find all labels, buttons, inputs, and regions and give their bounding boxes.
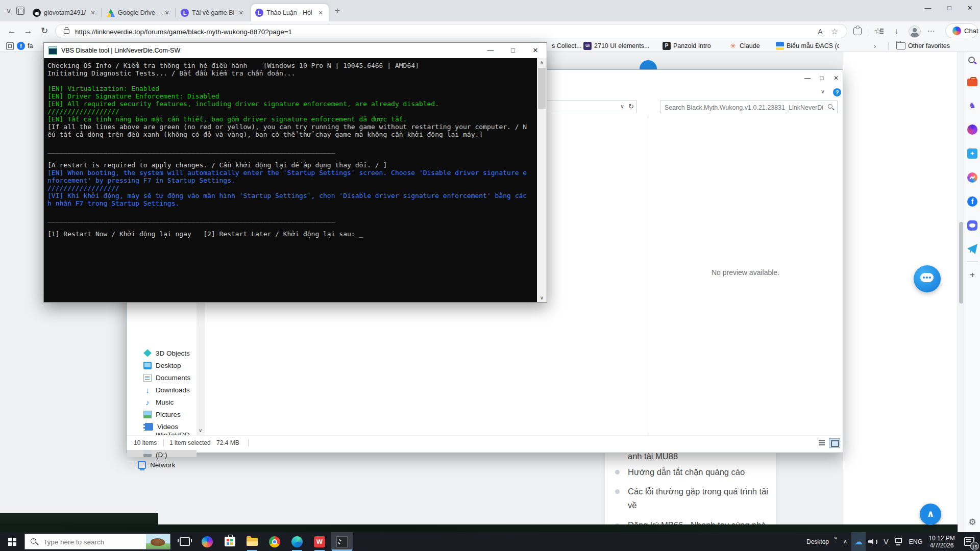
taskbar-search-box[interactable]	[24, 534, 170, 549]
address-input[interactable]	[74, 25, 791, 38]
scroll-to-top-button[interactable]: ∧	[920, 504, 941, 525]
volume-icon[interactable]	[866, 532, 880, 551]
tab-close-icon[interactable]: ✕	[316, 10, 325, 16]
add-favorite-star-icon[interactable]: ☆	[829, 27, 840, 37]
profile-avatar[interactable]	[909, 26, 921, 38]
sidebar-item-network[interactable]: Network	[127, 461, 136, 469]
notification-center-button[interactable]: 15	[959, 532, 980, 551]
details-view-icon[interactable]	[817, 438, 828, 448]
tab-close-icon[interactable]: ✕	[163, 10, 171, 16]
daily-animal-image[interactable]	[146, 534, 170, 549]
forum-link-wrap[interactable]: về	[628, 500, 636, 510]
new-tab-icon[interactable]: +	[333, 6, 342, 15]
explorer-minimize-icon[interactable]: —	[800, 73, 815, 83]
console-minimize-icon[interactable]: —	[479, 43, 502, 58]
address-refresh-icon[interactable]: ↻	[628, 103, 634, 110]
apps-icon[interactable]	[6, 42, 14, 50]
microsoft-365-icon[interactable]	[967, 124, 977, 135]
explorer-search-input[interactable]	[664, 102, 824, 113]
desktop-toolbar-label[interactable]: Desktop	[803, 532, 832, 551]
clock[interactable]: 10:12 PM 4/7/2026	[925, 532, 959, 551]
page-scrollbar-thumb[interactable]	[959, 222, 963, 304]
bookmark-collect[interactable]: s Collect...	[549, 41, 581, 51]
sidebar-item-pictures[interactable]: Pictures	[127, 408, 197, 420]
tab-github[interactable]: giovotam2491/HE_THONG_THI_TR ✕	[29, 4, 101, 21]
onedrive-icon[interactable]: ☁	[851, 532, 866, 551]
tab-lnd-forum-active[interactable]: L Thảo Luận - Hỏi Đáp: Black Myth: ✕	[251, 4, 329, 21]
sidebar-item-music[interactable]: ♪Music	[127, 396, 197, 408]
image-creator-icon[interactable]: ✦	[967, 148, 977, 159]
favorites-list-icon[interactable]: ☆	[872, 25, 884, 37]
settings-gear-icon[interactable]: ⚙	[967, 517, 977, 527]
edge-button[interactable]	[286, 532, 308, 551]
tab-close-icon[interactable]: ✕	[237, 10, 245, 16]
address-bar[interactable]: A ☆	[55, 24, 847, 38]
window-close-icon[interactable]: ✕	[960, 0, 980, 16]
ribbon-collapse-icon[interactable]: ∨	[821, 88, 825, 95]
vertical-tabs-icon[interactable]	[16, 7, 24, 15]
messenger-icon[interactable]	[967, 172, 977, 183]
copilot-chat-button[interactable]: Chat	[945, 23, 978, 38]
copilot-button[interactable]	[196, 532, 218, 551]
facebook-icon[interactable]: f	[967, 196, 977, 207]
toolbar-expand-icon[interactable]: »	[832, 532, 839, 551]
discord-icon[interactable]	[967, 220, 977, 231]
sidebar-item-documents[interactable]: Documents	[127, 371, 197, 384]
address-dropdown-icon[interactable]: ∨	[620, 103, 624, 110]
bookmark-form[interactable]: Biểu mẫu ĐACS (cậ	[776, 41, 839, 51]
explorer-maximize-icon[interactable]: □	[815, 73, 829, 83]
refresh-icon[interactable]: ↻	[38, 24, 51, 38]
network-icon[interactable]	[892, 532, 906, 551]
hidden-icons-chevron-icon[interactable]: ∧	[839, 532, 851, 551]
language-indicator[interactable]: ENG	[906, 532, 925, 551]
chat-widget-button[interactable]	[914, 265, 941, 292]
customize-sidebar-icon[interactable]: +	[967, 270, 977, 280]
downloads-icon[interactable]: ↓	[890, 25, 902, 37]
console-app-button[interactable]	[331, 532, 353, 551]
tab-google-drive[interactable]: Google Drive – Cảnh báo quét vi r ✕	[103, 4, 175, 21]
console-scrollbar-thumb[interactable]	[538, 68, 546, 109]
console-close-icon[interactable]: ✕	[524, 43, 547, 58]
sidebar-search-icon[interactable]	[967, 56, 977, 66]
input-method-indicator[interactable]: V	[880, 532, 892, 551]
bookmarks-overflow-icon[interactable]: ›	[874, 42, 876, 50]
other-favorites-button[interactable]: Other favorites	[896, 41, 950, 51]
telegram-icon[interactable]	[967, 244, 977, 254]
thumbnail-view-icon[interactable]	[829, 438, 840, 448]
read-aloud-icon[interactable]: A	[815, 27, 825, 37]
explorer-close-icon[interactable]: ✕	[829, 73, 843, 83]
back-icon[interactable]: ←	[5, 24, 18, 38]
browser-essentials-icon[interactable]	[853, 27, 862, 35]
toolbox-icon[interactable]	[967, 79, 977, 86]
sidebar-item-desktop[interactable]: Desktop	[127, 359, 197, 371]
chrome-button[interactable]	[263, 532, 286, 551]
forum-link[interactable]: Các lỗi thường gặp trong quá trình tải	[628, 487, 768, 496]
console-maximize-icon[interactable]: □	[502, 43, 524, 58]
store-button[interactable]	[218, 532, 241, 551]
sidebar-item-3d-objects[interactable]: 3D Objects	[127, 347, 197, 359]
help-icon[interactable]: ?	[833, 88, 841, 96]
bookmark-ui-elements[interactable]: UI 2710 UI elements...	[583, 41, 649, 51]
forum-link[interactable]: Hướng dẫn tắt chặn quảng cáo	[628, 467, 745, 477]
taskbar-search-input[interactable]	[42, 536, 141, 547]
forward-icon[interactable]: →	[21, 24, 35, 38]
scroll-down-icon[interactable]: ∨	[199, 428, 202, 433]
file-explorer-button[interactable]	[241, 532, 263, 551]
sidebar-item-downloads[interactable]: ↓Downloads	[127, 384, 197, 396]
window-maximize-icon[interactable]: □	[939, 0, 960, 16]
tab-lnd-download[interactable]: L Tải về game Black Myth: Wukong ✕	[177, 4, 249, 21]
task-view-button[interactable]	[174, 532, 196, 551]
w-app-button[interactable]: W	[308, 532, 331, 551]
tab-close-icon[interactable]: ✕	[89, 10, 97, 16]
tab-search-chevron-icon[interactable]: ∨	[4, 6, 13, 15]
more-menu-icon[interactable]: ⋯	[925, 25, 937, 37]
bookmark-panzoid[interactable]: P Panzoid Intro	[663, 41, 711, 51]
window-minimize-icon[interactable]: —	[918, 0, 938, 16]
console-title-bar[interactable]: VBS Disable tool | LinkNeverDie.Com-SW —…	[44, 43, 547, 58]
console-scrollbar[interactable]: ∧ ∨	[537, 58, 547, 302]
scroll-down-icon[interactable]: ∨	[537, 293, 547, 302]
bookmark-facebook[interactable]: f fa	[17, 41, 43, 51]
scroll-up-icon[interactable]: ∧	[537, 58, 547, 67]
games-icon[interactable]: ♞	[967, 101, 977, 111]
start-button[interactable]	[0, 532, 24, 551]
